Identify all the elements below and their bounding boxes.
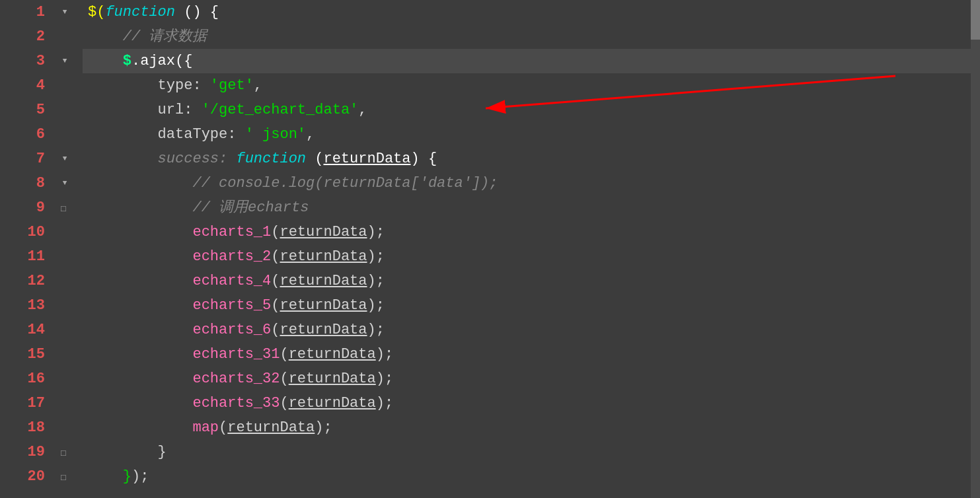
code-token: ); — [376, 346, 393, 363]
line-num-20: 20 — [0, 464, 45, 489]
code-arg: returnData — [280, 273, 367, 289]
code-param: returnData — [323, 151, 410, 167]
code-fn-6: echarts_31 — [192, 346, 280, 363]
line-num-13: 13 — [0, 293, 45, 318]
code-line-18: map(returnData); — [83, 415, 980, 440]
code-token: ); — [315, 419, 332, 436]
code-token: , — [358, 102, 367, 118]
line-num-15: 15 — [0, 342, 45, 367]
code-line-15: echarts_31(returnData); — [83, 342, 980, 367]
code-token: ); — [367, 224, 385, 240]
code-line-14: echarts_6(returnData); — [83, 318, 980, 342]
line-num-6: 6 — [0, 122, 45, 147]
scrollbar-thumb[interactable] — [971, 0, 980, 40]
code-arg: returnData — [289, 346, 376, 363]
line-numbers: 1 2 3 4 5 6 7 8 9 10 11 12 13 14 15 16 1… — [0, 0, 53, 498]
code-comment-3: // 调用echarts — [88, 199, 309, 216]
code-line-11: echarts_2(returnData); — [83, 244, 980, 269]
line-num-16: 16 — [0, 367, 45, 391]
code-keyword-function-2: function — [236, 151, 306, 167]
code-token — [88, 273, 192, 289]
code-line-19: } — [83, 440, 980, 464]
code-token: } — [123, 468, 132, 485]
code-token: , — [306, 126, 315, 143]
code-token: $ — [123, 53, 132, 69]
code-token — [88, 224, 192, 240]
code-token: ); — [376, 395, 393, 411]
code-token — [88, 468, 123, 485]
line-num-18: 18 — [0, 415, 45, 440]
code-fn-7: echarts_32 — [192, 371, 280, 387]
code-token: } — [88, 444, 167, 460]
code-comment-2: // console.log(returnData['data']); — [88, 175, 498, 192]
line-num-17: 17 — [0, 391, 45, 415]
code-fn-1: echarts_1 — [192, 224, 271, 240]
code-token: ); — [367, 248, 385, 265]
code-line-20: }); — [83, 464, 980, 489]
code-line-16: echarts_32(returnData); — [83, 367, 980, 391]
code-token: , — [254, 77, 262, 94]
line-num-7: 7 — [0, 147, 45, 171]
code-line-4: type: 'get', — [83, 73, 980, 98]
line-num-3: 3 — [0, 49, 45, 73]
line-num-14: 14 — [0, 318, 45, 342]
code-token: ); — [367, 322, 385, 338]
line-num-10: 10 — [0, 220, 45, 244]
fold-icon-7[interactable] — [59, 153, 70, 164]
scrollbar[interactable] — [971, 0, 980, 498]
code-line-3: $.ajax({ — [83, 49, 980, 73]
code-token: ( — [271, 248, 280, 265]
code-line-13: echarts_5(returnData); — [83, 293, 980, 318]
code-token: ); — [132, 468, 149, 485]
code-token: ( — [271, 273, 280, 289]
code-arg: returnData — [280, 322, 367, 338]
code-token — [88, 346, 192, 363]
code-token: ( — [219, 419, 227, 436]
code-token — [88, 297, 192, 314]
fold-icon-9[interactable] — [58, 203, 69, 214]
code-comment-1: // 请求数据 — [88, 28, 207, 45]
code-string: '/get_echart_data' — [202, 102, 359, 118]
line-num-5: 5 — [0, 98, 45, 122]
fold-icon-8[interactable] — [59, 178, 70, 188]
gutter — [53, 0, 83, 498]
code-token: success: — [88, 151, 236, 167]
code-token: .ajax({ — [132, 53, 192, 69]
code-token — [88, 395, 192, 411]
line-num-19: 19 — [0, 440, 45, 464]
line-num-2: 2 — [0, 24, 45, 49]
code-line-17: echarts_33(returnData); — [83, 391, 980, 415]
code-line-10: echarts_1(returnData); — [83, 220, 980, 244]
code-fn-9: map — [192, 419, 219, 436]
fold-icon-1[interactable] — [59, 7, 70, 17]
code-token: ( — [271, 297, 280, 314]
code-token — [88, 322, 192, 338]
code-token: ( — [280, 395, 288, 411]
code-token — [88, 248, 192, 265]
fold-icon-19[interactable] — [58, 448, 69, 458]
code-arg: returnData — [289, 395, 376, 411]
code-token: type: — [88, 77, 210, 94]
code-token — [88, 53, 123, 69]
code-line-9: // 调用echarts — [83, 196, 980, 220]
code-token: ( — [271, 322, 280, 338]
code-fn-3: echarts_4 — [192, 273, 271, 289]
fold-icon-20[interactable] — [58, 472, 69, 483]
line-num-11: 11 — [0, 244, 45, 269]
code-arg: returnData — [280, 297, 367, 314]
code-line-5: url: '/get_echart_data', — [83, 98, 980, 122]
code-token: ( — [280, 346, 288, 363]
code-token: ( — [271, 224, 280, 240]
code-token: () { — [175, 4, 219, 20]
code-fn-4: echarts_5 — [192, 297, 271, 314]
line-num-8: 8 — [0, 171, 45, 196]
code-line-1: $(function () { — [83, 0, 980, 24]
line-num-4: 4 — [0, 73, 45, 98]
code-arg: returnData — [227, 419, 315, 436]
code-token: ); — [367, 297, 385, 314]
code-token — [88, 419, 192, 436]
code-fn-8: echarts_33 — [192, 395, 280, 411]
fold-icon-3[interactable] — [59, 55, 70, 66]
code-line-8: // console.log(returnData['data']); — [83, 171, 980, 196]
code-string: ' json' — [245, 126, 306, 143]
